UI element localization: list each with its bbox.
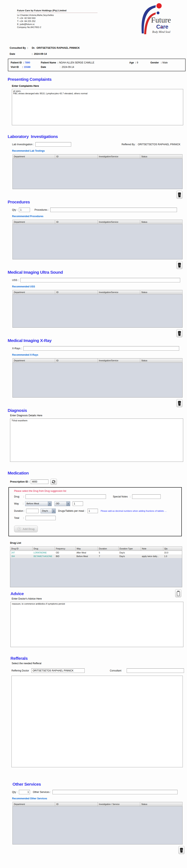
clear-advice-button[interactable] <box>175 589 181 597</box>
reffering-doctor-input[interactable] <box>31 669 85 673</box>
xray-label: X-Rays : <box>12 347 22 350</box>
patient-name-label: Patient Name : <box>41 61 58 64</box>
company-name: Future Care by Future Holdings (Pty) Lim… <box>17 9 98 13</box>
section-title-refferals: Refferals <box>10 656 187 661</box>
drug-duration-cell: 7 <box>98 554 119 558</box>
refresh-prescription-button[interactable] <box>50 479 57 485</box>
trash-icon <box>178 262 181 268</box>
column-header: Investigation/Service <box>98 220 140 224</box>
drug-duration-cell: 5 <box>98 551 119 555</box>
diagnosis-input-label: Enter Diagnosis Details Here <box>10 414 187 417</box>
other-services-label: Other Services : <box>33 790 51 794</box>
column-header: Note <box>141 547 163 551</box>
drug-row[interactable]: 247 LORATADINE OD After Meal 5 Day/s 10.… <box>10 551 182 555</box>
drug-row[interactable]: 394 BETAMETHASONE BID Before Meal 7 Day/… <box>10 554 182 558</box>
section-title-presenting-complaints: Presenting Complaints <box>8 77 187 82</box>
drug-frequency-cell: OD <box>55 551 76 555</box>
procedures-input[interactable] <box>50 208 177 212</box>
visit-id-label: Visit ID : <box>11 66 23 68</box>
drug-list-label: Drug List <box>10 541 187 545</box>
drug-frequency-cell: BID <box>55 554 76 558</box>
diagnosis-textarea[interactable]: ?Viral exanthem <box>10 418 183 462</box>
drug-label: Drug : <box>14 495 24 498</box>
drug-suggestion-warning: Please select the Drug from Drug suggess… <box>14 490 181 492</box>
clear-lab-button[interactable] <box>176 191 183 199</box>
consultation-report-page: Future Care by Future Holdings (Pty) Lim… <box>0 0 187 868</box>
future-care-logo: Future Care ♥ Body Mind Soul <box>136 2 176 36</box>
drug-qty-cell: 10.0 <box>163 551 182 555</box>
column-header: Investigation/Service <box>98 290 140 294</box>
trash-icon <box>178 192 181 197</box>
column-header: ID <box>55 154 98 159</box>
frequency-dropdown[interactable]: OD ▼ <box>54 501 70 506</box>
frequency-selected: OD <box>55 501 66 506</box>
drug-way-cell: Before Meal <box>75 554 98 558</box>
special-notes-input[interactable] <box>132 494 161 499</box>
other-services-input[interactable] <box>52 790 178 794</box>
plus-circle-icon: + <box>17 527 21 531</box>
frequency-qty-input <box>73 501 83 506</box>
duration-input[interactable] <box>26 509 39 513</box>
svg-text:Body Mind Soul: Body Mind Soul <box>152 30 170 33</box>
uss-input[interactable] <box>20 278 180 282</box>
recommended-uss-label: Recommended USS <box>12 285 187 288</box>
duration-label: Duration : <box>14 509 25 512</box>
lab-investigation-input[interactable] <box>35 142 71 147</box>
procedures-table-empty-body <box>13 224 183 259</box>
column-header: ID <box>55 220 98 224</box>
section-title-procedures: Procedures <box>8 199 187 205</box>
gender-label: Gender : <box>150 61 162 64</box>
section-title-medication: Medication <box>8 471 187 475</box>
drug-id-cell: 394 <box>10 554 33 558</box>
lab-testings-table: Department ID Investigation/Service Stat… <box>12 154 183 189</box>
refferal-options-listbox[interactable] <box>11 676 183 767</box>
logo-swoosh-icon: Future Care ♥ Body Mind Soul <box>136 2 176 35</box>
column-header: Status <box>140 290 182 294</box>
section-title-ultrasound: Medical Imaging Ultra Sound <box>8 270 187 275</box>
drug-qty-cell: 1.0 <box>163 554 182 558</box>
other-table-empty-body <box>13 806 183 844</box>
reffering-doctor-label: Reffering Doctor <box>11 669 29 672</box>
advice-textarea[interactable]: reassure, to commence antibiotics if sym… <box>10 602 183 647</box>
column-header: Department <box>13 802 55 806</box>
fractions-note: Please add as decimal numbers when addin… <box>101 510 167 512</box>
column-header: Status <box>140 220 182 224</box>
column-header: ID <box>55 359 98 363</box>
reffered-by-label: Reffered By : <box>121 143 136 146</box>
add-drug-button[interactable]: + Add Drug <box>14 525 38 532</box>
clear-procedures-button[interactable] <box>176 261 183 269</box>
prescription-id-label: Prescription ID : <box>10 480 30 483</box>
prescription-id-input[interactable] <box>31 479 48 484</box>
company-number: Company No.8417652-2 <box>17 26 98 29</box>
column-header: Status <box>140 154 182 159</box>
per-meal-input[interactable] <box>87 509 98 513</box>
duration-type-selected: Day/s <box>41 509 52 513</box>
complaints-textarea[interactable]: pt seen, FBC shows deranged wbc 9510, Ly… <box>12 89 183 125</box>
total-input[interactable] <box>26 516 56 520</box>
xray-input[interactable] <box>23 346 179 351</box>
page-header: Future Care by Future Holdings (Pty) Lim… <box>0 0 187 45</box>
clear-xray-button[interactable] <box>176 399 183 407</box>
procedures-qty-input[interactable] <box>19 208 30 212</box>
drug-list-table: Drug ID Drug Fequency Way Duration Durat… <box>10 547 182 587</box>
column-header: Department <box>13 154 55 159</box>
column-header: Investigation / Service <box>98 802 140 806</box>
chevron-down-icon: ▼ <box>48 501 51 506</box>
column-header: Department <box>13 359 55 363</box>
company-email: E: jude@future.sc <box>17 23 98 26</box>
other-qty-input[interactable] <box>19 790 30 794</box>
refferal-subtitle: Select the needed Refferal <box>12 662 187 665</box>
duration-type-dropdown[interactable]: Day/s ▼ <box>41 508 56 513</box>
patient-info-box: Patient ID : 7890 Patient Name : NOAH AL… <box>8 59 186 71</box>
meal-way-dropdown[interactable]: Before Meal ▼ <box>25 501 52 506</box>
clear-other-services-button[interactable] <box>178 846 185 854</box>
drug-table-empty-body <box>10 558 182 587</box>
drug-input[interactable] <box>26 494 106 499</box>
column-header: ID <box>55 802 98 806</box>
xray-table-empty-body <box>13 363 183 398</box>
patient-id-value: 7890 <box>25 61 30 64</box>
uss-table-empty-body <box>13 294 183 328</box>
clear-uss-button[interactable] <box>176 329 183 337</box>
consultant-input[interactable] <box>127 669 184 673</box>
svg-text:♥: ♥ <box>161 26 162 28</box>
